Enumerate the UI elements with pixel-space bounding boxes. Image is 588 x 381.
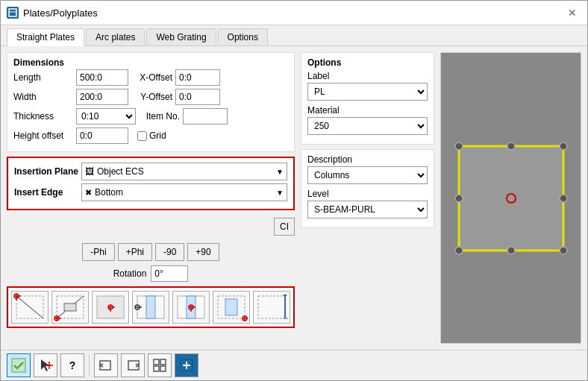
minus90-button[interactable]: -90 — [155, 243, 184, 261]
insertion-plane-select[interactable]: 🖼 Object ECS ▼ — [81, 163, 287, 180]
phi-plus-button[interactable]: +Phi — [118, 243, 152, 261]
rotation-icons-row — [7, 286, 295, 328]
toolbar-forward-button[interactable] — [121, 353, 145, 377]
title-bar: Plates/Polyplates ✕ — [1, 1, 587, 25]
plus90-button[interactable]: +90 — [187, 243, 219, 261]
dimensions-section: Dimensions Length X-Offset Width Y-Offse… — [7, 52, 295, 152]
tab-straight-plates[interactable]: Straight Plates — [7, 28, 84, 46]
svg-rect-46 — [12, 359, 25, 372]
svg-line-3 — [16, 296, 43, 318]
svg-point-41 — [560, 195, 567, 202]
level-select[interactable]: S-BEAM-PURLS-BEAMS-COLUMN — [307, 201, 428, 218]
rotation-icon-4[interactable] — [132, 291, 169, 324]
svg-marker-34 — [283, 294, 287, 296]
ci-button-row: CI — [7, 215, 295, 239]
insertion-plane-value: Object ECS — [94, 166, 276, 177]
grid-checkbox-label[interactable]: Grid — [137, 130, 166, 141]
left-panel: Dimensions Length X-Offset Width Y-Offse… — [7, 52, 295, 344]
right-options: Options Label PLPL1PL2 Material 25030035… — [301, 52, 434, 344]
rotation-input[interactable] — [151, 265, 188, 282]
bottom-toolbar: ? — [1, 350, 587, 380]
insertion-plane-arrow: ▼ — [276, 168, 284, 176]
main-content: Dimensions Length X-Offset Width Y-Offse… — [1, 46, 587, 350]
insertion-box: Insertion Plane 🖼 Object ECS ▼ Insert Ed… — [7, 157, 295, 210]
width-input[interactable] — [76, 89, 128, 105]
svg-rect-0 — [9, 9, 16, 16]
svg-rect-50 — [100, 361, 110, 370]
svg-point-43 — [507, 247, 515, 254]
app-icon — [7, 7, 19, 19]
tab-web-grating[interactable]: Web Grating — [146, 28, 216, 45]
insert-edge-value: Bottom — [92, 187, 276, 198]
dimensions-title: Dimensions — [13, 57, 288, 68]
svg-rect-54 — [154, 366, 159, 371]
window-title: Plates/Polyplates — [23, 7, 98, 19]
svg-rect-53 — [160, 359, 166, 365]
itemno-input[interactable] — [183, 108, 228, 125]
rotation-label: Rotation — [113, 268, 147, 279]
thickness-label: Thickness — [13, 111, 73, 122]
toolbar-divider-1 — [89, 355, 90, 376]
svg-rect-51 — [128, 361, 139, 370]
toolbar-back-button[interactable] — [94, 353, 118, 377]
phi-minus-button[interactable]: -Phi — [82, 243, 114, 261]
rotation-icon-7[interactable] — [253, 291, 290, 324]
rotation-icon-1[interactable] — [11, 291, 49, 324]
svg-rect-9 — [64, 303, 76, 311]
tab-arc-plates[interactable]: Arc plates — [86, 28, 145, 45]
toolbar-grid-button[interactable] — [148, 353, 172, 377]
toolbar-add-button[interactable] — [175, 353, 198, 377]
level-label: Level — [307, 189, 428, 199]
yoffset-label: Y-Offset — [131, 92, 172, 102]
height-offset-row: Height offset Grid — [13, 127, 288, 144]
material-label: Material — [307, 105, 428, 116]
description-label: Description — [307, 154, 428, 165]
itemno-label: Item No. — [139, 111, 180, 122]
width-row: Width Y-Offset — [13, 89, 288, 105]
rotation-label-row: Rotation — [7, 265, 295, 282]
toolbar-check-button[interactable] — [7, 353, 31, 377]
grid-checkbox[interactable] — [137, 131, 147, 141]
tab-bar: Straight Plates Arc plates Web Grating O… — [1, 25, 587, 46]
svg-rect-18 — [146, 296, 155, 318]
insert-edge-row: Insert Edge ✖ Bottom ▼ — [14, 183, 287, 201]
svg-point-38 — [507, 142, 515, 150]
thickness-select[interactable]: 0:100:80:12 — [76, 108, 136, 125]
close-button[interactable]: ✕ — [563, 5, 581, 20]
svg-rect-55 — [160, 366, 166, 371]
description-section: Description ColumnsBeamsBracing Level S-… — [301, 149, 434, 228]
toolbar-help-button[interactable]: ? — [60, 353, 84, 377]
svg-point-42 — [455, 247, 463, 254]
svg-point-40 — [455, 195, 463, 202]
ci-button[interactable]: CI — [274, 218, 295, 236]
rotation-icon-5[interactable] — [172, 291, 210, 324]
tab-options[interactable]: Options — [218, 28, 268, 45]
phi-buttons: -Phi +Phi -90 +90 — [7, 243, 295, 261]
rotation-icon-6[interactable] — [213, 291, 250, 324]
insert-edge-arrow: ▼ — [276, 189, 284, 197]
insertion-plane-label: Insertion Plane — [14, 166, 81, 177]
rotation-icon-2[interactable] — [51, 291, 89, 324]
svg-rect-27 — [225, 299, 237, 315]
label-label: Label — [307, 71, 428, 81]
label-select[interactable]: PLPL1PL2 — [307, 83, 428, 101]
description-select[interactable]: ColumnsBeamsBracing — [307, 166, 428, 184]
svg-rect-36 — [459, 146, 563, 251]
height-offset-label: Height offset — [13, 130, 73, 141]
height-offset-input[interactable] — [76, 127, 128, 144]
svg-point-37 — [455, 142, 463, 150]
toolbar-cursor-button[interactable] — [34, 353, 57, 377]
width-label: Width — [13, 92, 73, 102]
length-input[interactable] — [76, 69, 128, 86]
preview-panel — [440, 52, 581, 344]
preview-svg — [444, 135, 578, 262]
length-row: Length X-Offset — [13, 69, 288, 86]
material-select[interactable]: 250300350 — [307, 117, 428, 135]
insertion-plane-row: Insertion Plane 🖼 Object ECS ▼ — [14, 163, 287, 180]
insert-edge-select[interactable]: ✖ Bottom ▼ — [81, 183, 287, 201]
rotation-icon-3[interactable] — [92, 291, 129, 324]
yoffset-input[interactable] — [175, 89, 220, 105]
xoffset-input[interactable] — [175, 69, 220, 86]
insert-edge-label: Insert Edge — [14, 187, 81, 198]
title-bar-left: Plates/Polyplates — [7, 7, 98, 19]
